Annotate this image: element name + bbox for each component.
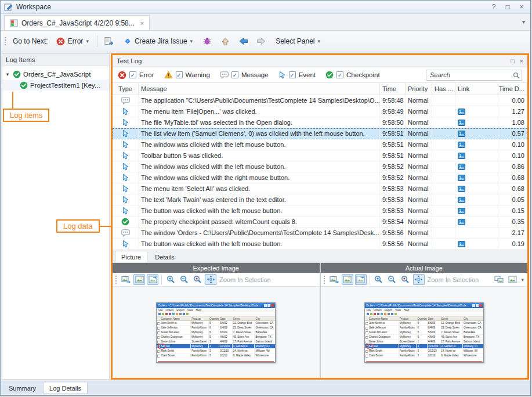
log-row[interactable]: The list view item ('Samuel Clemens', 0)… <box>113 128 527 139</box>
up-arrow-icon[interactable] <box>219 35 231 48</box>
pan-image-button[interactable] <box>355 274 367 285</box>
float-panel-icon[interactable]: □ <box>511 57 515 64</box>
picture-link-icon[interactable] <box>455 161 498 172</box>
float-window-icon[interactable]: □ <box>502 3 513 11</box>
checkbox-icon[interactable]: ✓ <box>289 71 296 78</box>
tree-item-root[interactable]: ▾ Orders_C#_JavaScript <box>2 68 109 80</box>
select-panel-button[interactable]: Select Panel ▾ <box>273 35 323 47</box>
zoom-in-icon[interactable] <box>165 274 176 285</box>
zoom-reset-icon[interactable] <box>400 274 411 285</box>
log-row[interactable]: The window was clicked with the left mou… <box>113 139 527 150</box>
collapse-caret-icon[interactable]: ▾ <box>5 71 10 77</box>
passed-icon <box>13 70 21 78</box>
col-message[interactable]: Message <box>139 83 380 95</box>
zoom-reset-icon[interactable] <box>191 274 203 285</box>
document-tab[interactable]: Orders_C#_JavaScript 4/2/20 9:58... × <box>4 15 150 30</box>
picture-link-icon[interactable] <box>455 183 498 194</box>
tab-log-details[interactable]: Log Details <box>43 382 88 394</box>
toolbar-grip[interactable] <box>4 37 7 46</box>
log-row[interactable]: The application "C:\Users\Public\Documen… <box>113 95 527 106</box>
filter-warning[interactable]: ✓Warning <box>164 71 210 79</box>
chevron-down-icon[interactable]: ▾ <box>522 19 525 25</box>
picture-icon[interactable] <box>506 274 518 285</box>
pan-image-button[interactable] <box>147 274 158 285</box>
log-row[interactable]: Toolbar button 5 was clicked.9:58:51Norm… <box>113 150 527 161</box>
row-priority: Normal <box>406 106 432 117</box>
col-priority[interactable]: Priority <box>406 83 432 95</box>
warning-icon <box>164 71 173 79</box>
picture-link-icon[interactable] <box>455 106 498 117</box>
log-row[interactable]: The text 'Mark Twain' was entered in the… <box>113 194 527 205</box>
checkbox-icon[interactable]: ✓ <box>129 71 136 78</box>
back-arrow-icon[interactable] <box>237 35 249 48</box>
close-tab-icon[interactable]: × <box>140 20 144 27</box>
picture-link-icon[interactable] <box>455 128 498 139</box>
col-time[interactable]: Time <box>380 83 406 95</box>
show-image-button[interactable] <box>342 274 353 285</box>
tree-item-child[interactable]: ProjectTestItem1 [Key... <box>2 80 109 91</box>
col-type[interactable]: Type <box>113 83 139 95</box>
help-button[interactable]: ? <box>488 3 499 11</box>
zoom-out-icon[interactable] <box>178 274 190 285</box>
goto-error-button[interactable]: Error ▾ <box>53 35 92 48</box>
row-time: 9:58:48 <box>380 95 406 106</box>
expected-image-canvas[interactable]: Orders - C:\Users\Public\Documents\TestC… <box>113 287 320 378</box>
create-jira-button[interactable]: Create Jira Issue ▾ <box>121 35 196 47</box>
tab-picture[interactable]: Picture <box>115 251 147 262</box>
picture-link-icon[interactable] <box>455 150 498 161</box>
actual-image-canvas[interactable]: Orders - C:\Users\Public\Documents\TestC… <box>321 287 528 378</box>
zoom-in-icon[interactable] <box>373 274 385 285</box>
checkbox-icon[interactable]: ✓ <box>336 71 343 78</box>
log-row[interactable]: The window was clicked with the right mo… <box>113 172 527 183</box>
log-row[interactable]: The property checkpoint passed: wItemCou… <box>113 216 527 228</box>
filter-event[interactable]: ✓Event <box>278 71 316 79</box>
tab-summary[interactable]: Summary <box>3 382 42 394</box>
compare-images-icon[interactable] <box>493 274 505 285</box>
picture-link-icon[interactable] <box>455 194 498 205</box>
log-row[interactable]: The button was clicked with the left mou… <box>113 205 527 216</box>
checkbox-icon[interactable]: ✓ <box>231 71 238 78</box>
report-bug-icon[interactable] <box>201 35 213 48</box>
filter-checkpoint[interactable]: ✓Checkpoint <box>325 71 380 79</box>
picture-link-icon[interactable] <box>455 139 498 150</box>
log-row[interactable]: The window was clicked with the left mou… <box>113 161 527 172</box>
export-image-icon[interactable] <box>120 274 132 285</box>
col-link[interactable]: Link <box>455 83 498 95</box>
expected-image-panel: Expected Image Zoom In Selection Orders … <box>113 263 320 378</box>
toolbar-grip[interactable] <box>115 275 118 284</box>
log-row[interactable]: The window 'Orders - C:\Users\Public\Doc… <box>113 228 527 239</box>
zoom-out-icon[interactable] <box>386 274 398 285</box>
col-time-diff[interactable]: Time D... <box>498 83 527 95</box>
show-image-button[interactable] <box>133 274 145 285</box>
row-time: 9:58:52 <box>380 172 406 183</box>
forward-arrow-icon[interactable] <box>255 35 267 48</box>
search-box[interactable] <box>426 69 522 81</box>
col-has-pic[interactable]: Has ... <box>432 83 455 95</box>
export-log-icon[interactable] <box>103 35 115 48</box>
search-input[interactable] <box>426 70 522 81</box>
filter-message[interactable]: ✓Message <box>220 71 269 79</box>
zoom-fit-icon[interactable] <box>205 274 216 285</box>
picture-link-icon[interactable] <box>455 117 498 128</box>
zoom-fit-icon[interactable] <box>413 274 425 285</box>
close-panel-icon[interactable]: × <box>520 57 523 64</box>
picture-link-icon[interactable] <box>455 172 498 183</box>
filter-error[interactable]: ✓Error <box>118 71 154 80</box>
filter-label: Event <box>299 71 316 78</box>
document-tab-bar: Orders_C#_JavaScript 4/2/20 9:58... × ▾ <box>1 14 530 31</box>
checkbox-icon[interactable]: ✓ <box>176 71 183 78</box>
tab-details[interactable]: Details <box>149 251 181 262</box>
log-row[interactable]: The button was clicked with the left mou… <box>113 239 527 250</box>
chevron-down-icon[interactable]: ▾ <box>520 277 525 283</box>
toolbar-grip[interactable] <box>323 275 326 284</box>
picture-link-icon[interactable] <box>455 216 498 227</box>
log-row[interactable]: The file 'MyTable.tbl' was selected in t… <box>113 117 527 128</box>
log-filter-bar: ✓Error✓Warning✓Message✓Event✓Checkpoint <box>113 67 527 83</box>
log-row[interactable]: The menu item 'File|Open...' was clicked… <box>113 106 527 117</box>
close-window-icon[interactable]: × <box>516 3 527 11</box>
export-image-icon[interactable] <box>328 274 340 285</box>
picture-link-icon[interactable] <box>455 239 498 249</box>
search-icon[interactable] <box>513 71 520 81</box>
picture-link-icon[interactable] <box>455 205 498 216</box>
log-row[interactable]: The menu item 'Select All' was clicked.9… <box>113 183 527 194</box>
